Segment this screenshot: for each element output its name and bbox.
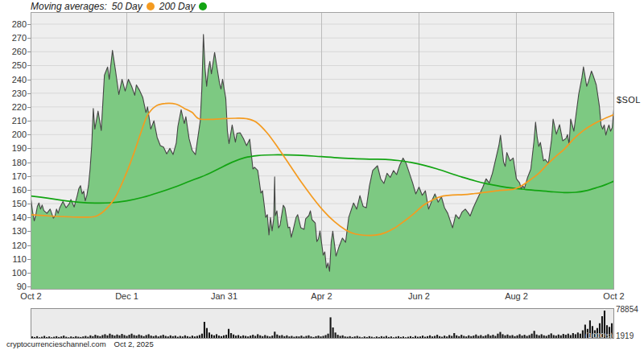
volume-bar <box>582 331 584 340</box>
volume-bar <box>330 317 332 339</box>
y-tick-label: 280 <box>0 19 27 29</box>
y-tick-label: 150 <box>0 199 27 208</box>
x-tick-label: Oct 2 <box>586 291 642 301</box>
legend: Moving averages: 50 Day 200 Day <box>31 0 207 12</box>
y-tick-label: 230 <box>0 89 27 98</box>
y-tick-label: 180 <box>0 158 27 167</box>
volume-bar <box>208 332 210 339</box>
volume-units-label: (1000's) <box>585 331 613 340</box>
ma200-green-dot-icon <box>199 2 207 10</box>
y-tick-label: 260 <box>0 47 27 56</box>
x-tick-label: Oct 2 <box>3 291 60 301</box>
x-tick-label: Dec 1 <box>99 291 155 301</box>
price-chart-canvas <box>31 12 614 290</box>
y-tick-label: 200 <box>0 130 27 139</box>
volume-background <box>31 308 614 339</box>
footer: cryptocurrencieschannel.com Oct 2, 2025 <box>6 340 154 348</box>
legend-title: Moving averages: <box>31 1 107 12</box>
y-tick-label: 240 <box>0 75 27 84</box>
legend-item-ma50: 50 Day <box>112 1 155 12</box>
volume-last-label: 1919 <box>616 331 634 340</box>
volume-bar <box>335 332 336 339</box>
volume-bar <box>274 331 275 339</box>
y-tick-label: 110 <box>0 254 27 264</box>
volume-max-label: 78854 <box>616 305 638 314</box>
volume-bar <box>204 322 205 339</box>
volume-bar <box>228 329 229 339</box>
y-tick-label: 120 <box>0 241 27 250</box>
volume-bar <box>332 327 334 339</box>
y-tick-label: 100 <box>0 268 27 278</box>
ma200-label: 200 Day <box>159 1 196 12</box>
y-tick-label: 170 <box>0 171 27 181</box>
legend-item-ma200: 200 Day <box>159 1 208 12</box>
volume-panel <box>31 308 614 339</box>
y-tick-label: 270 <box>0 33 27 43</box>
volume-bar <box>577 332 579 339</box>
y-tick-label: 130 <box>0 226 27 236</box>
y-tick-label: 190 <box>0 143 27 153</box>
volume-bar <box>230 333 232 339</box>
volume-chart-canvas <box>31 308 614 339</box>
source-site-label: cryptocurrencieschannel.com <box>6 340 106 348</box>
y-tick-label: 220 <box>0 102 27 112</box>
x-tick-label: Jan 31 <box>196 291 253 301</box>
y-tick-label: 250 <box>0 60 27 70</box>
ma50-label: 50 Day <box>112 1 142 12</box>
y-tick-label: 160 <box>0 185 27 195</box>
volume-bar <box>534 331 535 339</box>
volume-bar <box>572 333 574 339</box>
y-tick-label: 90 <box>0 282 27 291</box>
volume-bar <box>206 328 208 339</box>
volume-bar <box>453 333 455 339</box>
y-tick-label: 140 <box>0 212 27 222</box>
x-tick-label: Aug 2 <box>489 291 545 301</box>
symbol-label: $SOL <box>617 95 641 105</box>
chart-date-label: Oct 2, 2025 <box>114 340 154 348</box>
y-tick-label: 210 <box>0 116 27 126</box>
volume-bar <box>499 332 501 339</box>
ma50-orange-dot-icon <box>147 2 155 10</box>
x-tick-label: Jun 2 <box>391 291 448 301</box>
price-chart-widget: Moving averages: 50 Day 200 Day 28027026… <box>0 0 644 350</box>
x-tick-label: Apr 2 <box>294 291 350 301</box>
main-price-chart <box>31 12 614 290</box>
